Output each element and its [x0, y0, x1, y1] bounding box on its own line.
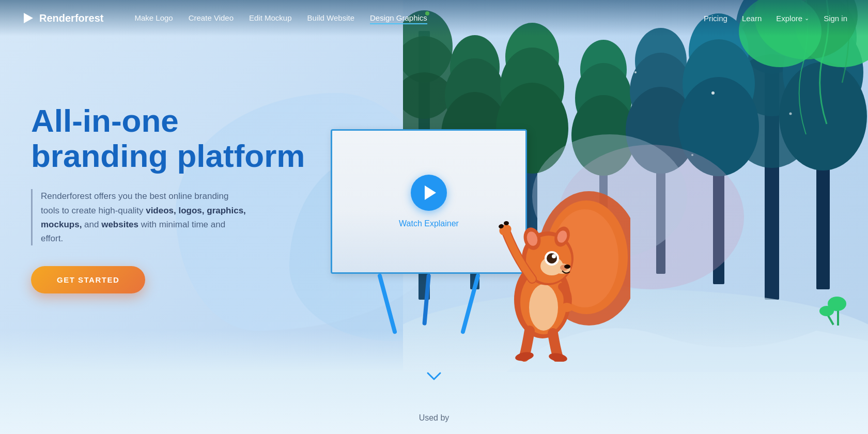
nav-build-website[interactable]: Build Website	[307, 13, 354, 23]
nav-links-right: Pricing Learn Explore ⌄ Sign in	[704, 14, 847, 23]
get-started-button[interactable]: GET STARTED	[31, 266, 145, 293]
chevron-down-icon: ⌄	[804, 15, 809, 22]
nav-design-graphics-wrapper: Design Graphics	[370, 13, 427, 23]
svg-point-46	[691, 154, 693, 156]
svg-point-53	[529, 284, 558, 331]
svg-point-44	[634, 71, 637, 73]
easel-leg-left	[377, 273, 397, 334]
svg-point-70	[561, 303, 573, 312]
navbar: Renderforest Make Logo Create Video Edit…	[0, 0, 868, 36]
active-indicator-dot	[425, 11, 429, 16]
svg-marker-47	[24, 13, 33, 23]
squirrel-illustration	[486, 155, 630, 351]
play-button[interactable]	[411, 175, 447, 211]
logo-icon	[21, 11, 35, 25]
svg-point-71	[515, 351, 534, 362]
hero-title-line2: branding platform	[31, 138, 305, 174]
svg-point-69	[504, 221, 509, 225]
nav-edit-mockup[interactable]: Edit Mockup	[249, 13, 292, 23]
svg-point-20	[779, 62, 867, 171]
hero-section: Renderforest Make Logo Create Video Edit…	[0, 0, 868, 434]
nav-explore-label: Explore	[776, 14, 802, 23]
easel-leg-back	[422, 274, 431, 326]
nav-make-logo[interactable]: Make Logo	[134, 13, 173, 23]
play-icon	[425, 185, 436, 200]
hero-title: All-in-one branding platform	[31, 103, 305, 174]
watch-explainer-label[interactable]: Watch Explainer	[399, 219, 459, 228]
hero-desc-bold2: websites	[101, 220, 138, 229]
brand-name: Renderforest	[39, 12, 103, 24]
scroll-chevron[interactable]	[426, 368, 442, 385]
chevron-down-icon	[426, 371, 442, 381]
hero-description: Renderforest offers you the best online …	[31, 189, 248, 245]
svg-point-59	[564, 265, 570, 269]
svg-point-62	[552, 254, 556, 258]
easel-leg-right	[460, 273, 481, 334]
nav-links-left: Make Logo Create Video Edit Mockup Build…	[134, 13, 704, 23]
squirrel-svg	[486, 155, 630, 362]
used-by-label: Used by	[419, 413, 450, 423]
brand-logo[interactable]: Renderforest	[21, 11, 103, 25]
nav-pricing[interactable]: Pricing	[704, 14, 727, 23]
hero-desc-plain2: and	[82, 220, 101, 229]
svg-point-42	[819, 306, 834, 316]
hero-content: All-in-one branding platform Renderfores…	[31, 103, 305, 293]
nav-signin[interactable]: Sign in	[824, 14, 847, 23]
nav-explore[interactable]: Explore ⌄	[776, 14, 809, 23]
svg-point-43	[711, 91, 715, 95]
nav-design-graphics[interactable]: Design Graphics	[370, 13, 427, 24]
svg-point-61	[547, 253, 557, 264]
svg-point-45	[789, 113, 792, 115]
hero-title-line1: All-in-one	[31, 103, 179, 138]
nav-learn[interactable]: Learn	[742, 14, 762, 23]
nav-create-video[interactable]: Create Video	[189, 13, 234, 23]
